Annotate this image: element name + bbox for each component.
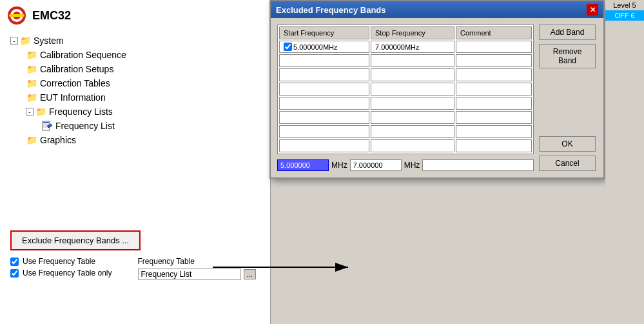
folder-icon-graphics: 📁 [26, 134, 37, 146]
tree-label-cal-seq: Calibration Sequence [40, 50, 126, 60]
add-band-button[interactable]: Add Band [539, 25, 596, 40]
table-row[interactable]: 5.000000MHz 7.000000MHz [279, 41, 532, 53]
freq-table-section-label: Frequency Table [138, 257, 195, 266]
level-label: Level 5 [605, 0, 644, 10]
modal-close-button[interactable]: ✕ [587, 4, 598, 15]
folder-icon-correction: 📁 [26, 77, 37, 89]
folder-icon-system: 📁 [19, 35, 31, 46]
col-start-freq: Start Frequency [279, 26, 369, 39]
cancel-button[interactable]: Cancel [539, 156, 596, 171]
tree-label-correction: Correction Tables [40, 78, 110, 88]
folder-icon-eut: 📁 [26, 92, 37, 103]
row-checkbox[interactable] [284, 43, 292, 51]
freq-list-browse-button[interactable]: ... [244, 269, 256, 279]
tree-label-frequency-list: Frequency List [55, 121, 115, 131]
tree-label-graphics: Graphics [40, 135, 76, 145]
frequency-bands-table-body: 5.000000MHz 7.000000MHz [279, 41, 532, 152]
tree-item-frequency-list[interactable]: Frequency List [0, 119, 270, 133]
freq-list-value-row: ... [138, 268, 256, 280]
freq-table-right: Frequency Table ... [138, 257, 256, 280]
table-row-empty-1 [279, 54, 532, 67]
modal-body: Start Frequency Stop Frequency Comment 5… [271, 18, 603, 177]
bottom-controls: Exclude Frequency Bands ... Use Frequenc… [0, 225, 271, 285]
exclude-frequency-bands-button[interactable]: Exclude Frequency Bands ... [10, 230, 141, 250]
emc32-logo-icon [6, 5, 27, 26]
stop-freq-input[interactable] [350, 159, 402, 171]
remove-band-button[interactable]: Remove Band [539, 44, 596, 68]
off-badge: OFF 6 [605, 10, 644, 21]
tree-item-calibration-setups[interactable]: 📁 Calibration Setups [0, 62, 270, 76]
row-comment [456, 41, 532, 53]
tree-label-freq-lists: Frequency Lists [49, 106, 113, 117]
excluded-frequency-bands-dialog: Excluded Frequency Bands ✕ Start Frequen… [269, 0, 605, 179]
start-freq-value: 5.000000MHz [293, 43, 338, 51]
row-start-freq: 5.000000MHz [279, 41, 369, 53]
col-stop-freq: Stop Frequency [371, 26, 454, 39]
tree-label-cal-setups: Calibration Setups [40, 64, 113, 74]
frequency-bands-table: Start Frequency Stop Frequency Comment 5… [277, 25, 534, 154]
pencil-doc-icon [41, 120, 53, 132]
svg-rect-3 [9, 14, 24, 17]
row-stop-freq: 7.000000MHz [371, 41, 454, 53]
expand-system[interactable]: - [10, 37, 18, 45]
modal-left-section: Start Frequency Stop Frequency Comment 5… [277, 25, 534, 171]
stop-freq-value: 7.000000MHz [375, 43, 420, 51]
tree-item-system[interactable]: - 📁 System [0, 34, 270, 48]
tree-item-calibration-sequence[interactable]: 📁 Calibration Sequence [0, 48, 270, 62]
modal-titlebar: Excluded Frequency Bands ✕ [271, 1, 603, 18]
tree-item-graphics[interactable]: 📁 Graphics [0, 133, 270, 147]
freq-table-value-row: Frequency Table [138, 257, 256, 266]
start-unit-label: MHz [331, 161, 347, 170]
modal-title: Excluded Frequency Bands [276, 5, 386, 15]
folder-icon-freq-lists: 📁 [35, 106, 46, 117]
table-row-empty-4 [279, 97, 532, 110]
table-row-empty-2 [279, 68, 532, 81]
tree-label-system: System [34, 35, 64, 46]
expand-freq-lists[interactable]: - [26, 108, 34, 116]
stop-unit-label: MHz [404, 161, 420, 170]
use-freq-table-only-checkbox[interactable] [10, 269, 19, 278]
table-row-empty-7 [279, 139, 532, 152]
use-freq-table-row: Use Frequency Table [10, 257, 112, 266]
tree-item-correction-tables[interactable]: 📁 Correction Tables [0, 76, 270, 90]
svg-rect-5 [43, 122, 49, 123]
tree-item-eut[interactable]: 📁 EUT Information [0, 90, 270, 105]
use-freq-table-label: Use Frequency Table [23, 257, 95, 266]
table-row-empty-3 [279, 83, 532, 96]
table-row-empty-6 [279, 125, 532, 138]
col-comment: Comment [456, 26, 532, 39]
tree-panel: EMC32 - 📁 System 📁 Calibration Sequence … [0, 0, 271, 324]
start-freq-input[interactable] [277, 159, 329, 171]
folder-icon-cal-setups: 📁 [26, 63, 37, 75]
tree-header: EMC32 [0, 0, 270, 31]
freq-list-input[interactable] [138, 268, 241, 280]
app-title: EMC32 [32, 9, 71, 23]
right-panel: Level 5 OFF 6 [605, 0, 644, 324]
folder-icon-cal-seq: 📁 [26, 49, 37, 61]
comment-input[interactable] [422, 159, 534, 171]
tree-label-eut: EUT Information [40, 92, 106, 103]
use-freq-table-only-label: Use Frequency Table only [23, 268, 112, 278]
use-freq-table-only-row: Use Frequency Table only [10, 268, 112, 278]
use-freq-table-checkbox[interactable] [10, 258, 19, 266]
tree-container: - 📁 System 📁 Calibration Sequence 📁 Cali… [0, 31, 270, 150]
ok-button[interactable]: OK [539, 136, 596, 152]
table-row-empty-5 [279, 111, 532, 124]
modal-input-section: MHz MHz [277, 159, 534, 171]
tree-item-frequency-lists[interactable]: - 📁 Frequency Lists [0, 105, 270, 119]
modal-right-buttons: Add Band Remove Band OK Cancel [539, 25, 597, 171]
